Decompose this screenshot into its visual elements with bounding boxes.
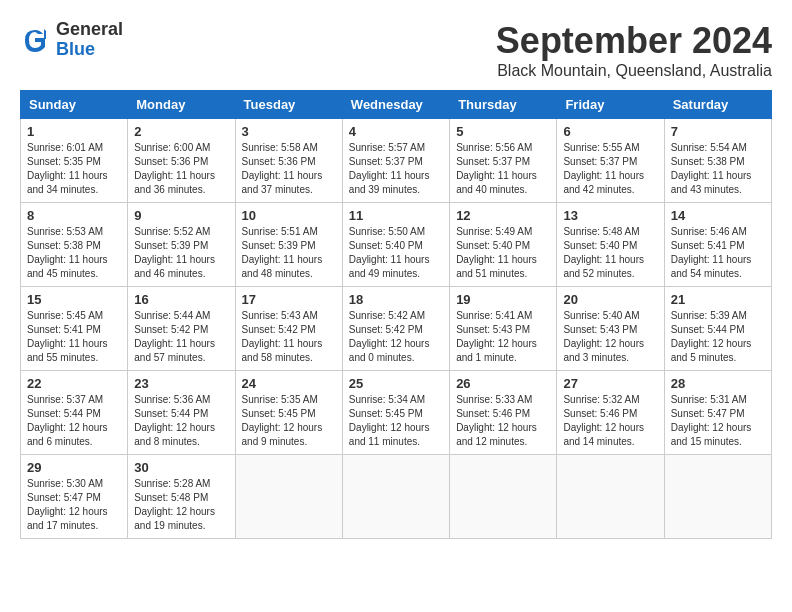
day-number: 20 (563, 292, 657, 307)
col-sunday: Sunday (21, 91, 128, 119)
calendar-cell: 2 Sunrise: 6:00 AM Sunset: 5:36 PM Dayli… (128, 119, 235, 203)
calendar-cell: 30 Sunrise: 5:28 AM Sunset: 5:48 PM Dayl… (128, 455, 235, 539)
logo: General Blue (20, 20, 123, 60)
day-info: Sunrise: 5:50 AM Sunset: 5:40 PM Dayligh… (349, 225, 443, 281)
day-info: Sunrise: 5:58 AM Sunset: 5:36 PM Dayligh… (242, 141, 336, 197)
calendar-cell: 22 Sunrise: 5:37 AM Sunset: 5:44 PM Dayl… (21, 371, 128, 455)
day-number: 15 (27, 292, 121, 307)
calendar-cell: 17 Sunrise: 5:43 AM Sunset: 5:42 PM Dayl… (235, 287, 342, 371)
day-number: 25 (349, 376, 443, 391)
logo-general: General (56, 20, 123, 40)
day-info: Sunrise: 5:36 AM Sunset: 5:44 PM Dayligh… (134, 393, 228, 449)
day-info: Sunrise: 6:01 AM Sunset: 5:35 PM Dayligh… (27, 141, 121, 197)
day-number: 18 (349, 292, 443, 307)
day-info: Sunrise: 5:39 AM Sunset: 5:44 PM Dayligh… (671, 309, 765, 365)
day-number: 2 (134, 124, 228, 139)
day-number: 26 (456, 376, 550, 391)
day-number: 21 (671, 292, 765, 307)
calendar-cell: 27 Sunrise: 5:32 AM Sunset: 5:46 PM Dayl… (557, 371, 664, 455)
calendar-cell: 5 Sunrise: 5:56 AM Sunset: 5:37 PM Dayli… (450, 119, 557, 203)
calendar-cell: 10 Sunrise: 5:51 AM Sunset: 5:39 PM Dayl… (235, 203, 342, 287)
week-row-2: 8 Sunrise: 5:53 AM Sunset: 5:38 PM Dayli… (21, 203, 772, 287)
day-info: Sunrise: 5:40 AM Sunset: 5:43 PM Dayligh… (563, 309, 657, 365)
calendar-cell: 6 Sunrise: 5:55 AM Sunset: 5:37 PM Dayli… (557, 119, 664, 203)
calendar-table: Sunday Monday Tuesday Wednesday Thursday… (20, 90, 772, 539)
day-info: Sunrise: 5:55 AM Sunset: 5:37 PM Dayligh… (563, 141, 657, 197)
calendar-cell: 19 Sunrise: 5:41 AM Sunset: 5:43 PM Dayl… (450, 287, 557, 371)
calendar-cell: 9 Sunrise: 5:52 AM Sunset: 5:39 PM Dayli… (128, 203, 235, 287)
day-info: Sunrise: 5:48 AM Sunset: 5:40 PM Dayligh… (563, 225, 657, 281)
calendar-cell (664, 455, 771, 539)
day-info: Sunrise: 5:34 AM Sunset: 5:45 PM Dayligh… (349, 393, 443, 449)
calendar-cell: 29 Sunrise: 5:30 AM Sunset: 5:47 PM Dayl… (21, 455, 128, 539)
col-thursday: Thursday (450, 91, 557, 119)
week-row-1: 1 Sunrise: 6:01 AM Sunset: 5:35 PM Dayli… (21, 119, 772, 203)
day-number: 12 (456, 208, 550, 223)
calendar-cell: 21 Sunrise: 5:39 AM Sunset: 5:44 PM Dayl… (664, 287, 771, 371)
calendar-cell: 14 Sunrise: 5:46 AM Sunset: 5:41 PM Dayl… (664, 203, 771, 287)
day-info: Sunrise: 5:37 AM Sunset: 5:44 PM Dayligh… (27, 393, 121, 449)
calendar-header-row: Sunday Monday Tuesday Wednesday Thursday… (21, 91, 772, 119)
day-info: Sunrise: 5:32 AM Sunset: 5:46 PM Dayligh… (563, 393, 657, 449)
calendar-cell: 12 Sunrise: 5:49 AM Sunset: 5:40 PM Dayl… (450, 203, 557, 287)
calendar-cell: 23 Sunrise: 5:36 AM Sunset: 5:44 PM Dayl… (128, 371, 235, 455)
day-number: 29 (27, 460, 121, 475)
calendar-cell: 26 Sunrise: 5:33 AM Sunset: 5:46 PM Dayl… (450, 371, 557, 455)
day-number: 3 (242, 124, 336, 139)
day-info: Sunrise: 5:28 AM Sunset: 5:48 PM Dayligh… (134, 477, 228, 533)
calendar-cell: 15 Sunrise: 5:45 AM Sunset: 5:41 PM Dayl… (21, 287, 128, 371)
day-number: 6 (563, 124, 657, 139)
day-info: Sunrise: 5:53 AM Sunset: 5:38 PM Dayligh… (27, 225, 121, 281)
day-info: Sunrise: 5:56 AM Sunset: 5:37 PM Dayligh… (456, 141, 550, 197)
calendar-cell: 11 Sunrise: 5:50 AM Sunset: 5:40 PM Dayl… (342, 203, 449, 287)
calendar-cell (342, 455, 449, 539)
day-info: Sunrise: 5:52 AM Sunset: 5:39 PM Dayligh… (134, 225, 228, 281)
calendar-cell (557, 455, 664, 539)
day-info: Sunrise: 5:30 AM Sunset: 5:47 PM Dayligh… (27, 477, 121, 533)
day-number: 17 (242, 292, 336, 307)
week-row-3: 15 Sunrise: 5:45 AM Sunset: 5:41 PM Dayl… (21, 287, 772, 371)
title-block: September 2024 Black Mountain, Queenslan… (496, 20, 772, 80)
day-number: 19 (456, 292, 550, 307)
day-info: Sunrise: 5:45 AM Sunset: 5:41 PM Dayligh… (27, 309, 121, 365)
calendar-cell: 25 Sunrise: 5:34 AM Sunset: 5:45 PM Dayl… (342, 371, 449, 455)
col-tuesday: Tuesday (235, 91, 342, 119)
day-number: 16 (134, 292, 228, 307)
calendar-cell: 24 Sunrise: 5:35 AM Sunset: 5:45 PM Dayl… (235, 371, 342, 455)
day-number: 22 (27, 376, 121, 391)
week-row-4: 22 Sunrise: 5:37 AM Sunset: 5:44 PM Dayl… (21, 371, 772, 455)
day-info: Sunrise: 5:57 AM Sunset: 5:37 PM Dayligh… (349, 141, 443, 197)
day-info: Sunrise: 5:54 AM Sunset: 5:38 PM Dayligh… (671, 141, 765, 197)
day-info: Sunrise: 5:49 AM Sunset: 5:40 PM Dayligh… (456, 225, 550, 281)
day-number: 23 (134, 376, 228, 391)
col-wednesday: Wednesday (342, 91, 449, 119)
calendar-cell (235, 455, 342, 539)
day-info: Sunrise: 6:00 AM Sunset: 5:36 PM Dayligh… (134, 141, 228, 197)
calendar-cell: 20 Sunrise: 5:40 AM Sunset: 5:43 PM Dayl… (557, 287, 664, 371)
logo-text: General Blue (56, 20, 123, 60)
calendar-cell: 7 Sunrise: 5:54 AM Sunset: 5:38 PM Dayli… (664, 119, 771, 203)
day-number: 30 (134, 460, 228, 475)
calendar-cell: 13 Sunrise: 5:48 AM Sunset: 5:40 PM Dayl… (557, 203, 664, 287)
col-saturday: Saturday (664, 91, 771, 119)
day-number: 13 (563, 208, 657, 223)
day-number: 7 (671, 124, 765, 139)
calendar-cell: 1 Sunrise: 6:01 AM Sunset: 5:35 PM Dayli… (21, 119, 128, 203)
day-number: 28 (671, 376, 765, 391)
day-number: 9 (134, 208, 228, 223)
logo-blue: Blue (56, 40, 123, 60)
day-number: 11 (349, 208, 443, 223)
day-info: Sunrise: 5:44 AM Sunset: 5:42 PM Dayligh… (134, 309, 228, 365)
month-title: September 2024 (496, 20, 772, 62)
day-number: 4 (349, 124, 443, 139)
day-number: 10 (242, 208, 336, 223)
calendar-cell: 18 Sunrise: 5:42 AM Sunset: 5:42 PM Dayl… (342, 287, 449, 371)
calendar-cell: 4 Sunrise: 5:57 AM Sunset: 5:37 PM Dayli… (342, 119, 449, 203)
day-info: Sunrise: 5:51 AM Sunset: 5:39 PM Dayligh… (242, 225, 336, 281)
day-info: Sunrise: 5:42 AM Sunset: 5:42 PM Dayligh… (349, 309, 443, 365)
day-number: 5 (456, 124, 550, 139)
calendar-cell: 16 Sunrise: 5:44 AM Sunset: 5:42 PM Dayl… (128, 287, 235, 371)
day-info: Sunrise: 5:35 AM Sunset: 5:45 PM Dayligh… (242, 393, 336, 449)
day-number: 27 (563, 376, 657, 391)
day-info: Sunrise: 5:46 AM Sunset: 5:41 PM Dayligh… (671, 225, 765, 281)
